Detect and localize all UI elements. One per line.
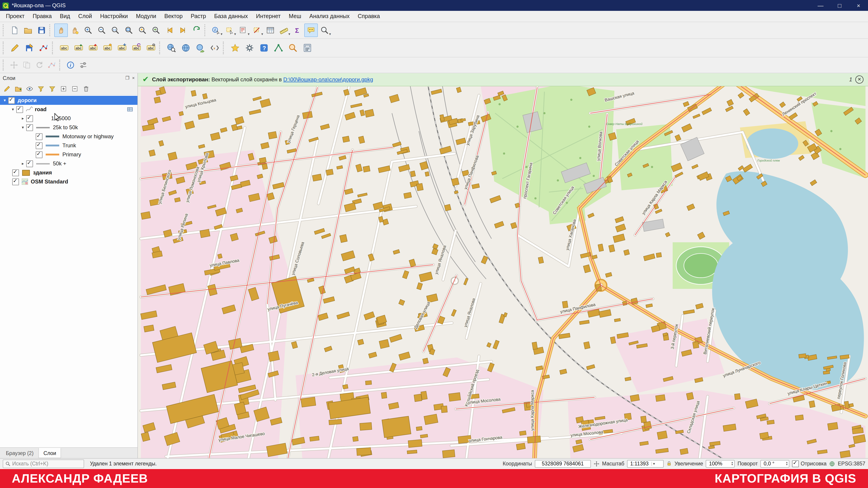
toolbar-handle[interactable] bbox=[204, 25, 208, 36]
statistical-summary-button[interactable]: Σ bbox=[291, 24, 304, 37]
xml-tools-button[interactable]: x bbox=[208, 41, 222, 55]
rule-row-trunk[interactable]: Trunk bbox=[0, 141, 137, 150]
measure-button[interactable]: ▾ bbox=[277, 24, 291, 37]
digitize-tool-button[interactable] bbox=[37, 41, 51, 55]
crs-icon[interactable] bbox=[829, 461, 835, 466]
web-map-plugin-button[interactable] bbox=[179, 41, 193, 55]
panel-float-icon[interactable]: ❐ bbox=[125, 75, 129, 80]
expand-all-button[interactable] bbox=[58, 84, 69, 94]
crs-label[interactable]: EPSG:3857 bbox=[838, 461, 865, 466]
help-contents-button[interactable]: ? bbox=[257, 41, 271, 55]
menu-item[interactable]: Справка bbox=[354, 11, 384, 22]
georeferencer-button[interactable] bbox=[271, 41, 286, 55]
open-project-button[interactable] bbox=[21, 24, 35, 37]
raster-calculator-button[interactable] bbox=[300, 41, 315, 55]
toolbar-handle[interactable] bbox=[59, 60, 62, 70]
toolbar-handle[interactable] bbox=[3, 41, 6, 54]
toolbar-handle[interactable] bbox=[223, 41, 226, 54]
deselect-all-button[interactable]: ▾ bbox=[250, 24, 264, 37]
pin-unpin-labels-button[interactable]: abc bbox=[86, 41, 100, 55]
zoom-in-button[interactable] bbox=[81, 24, 95, 37]
toolbar-handle[interactable] bbox=[3, 25, 6, 36]
menu-item[interactable]: База данных bbox=[210, 11, 252, 22]
rule-checkbox[interactable] bbox=[26, 124, 33, 131]
measure-settings-button[interactable] bbox=[77, 59, 90, 71]
layer-checkbox[interactable] bbox=[12, 169, 19, 176]
menu-item[interactable]: Проект bbox=[2, 11, 29, 22]
layer-indicator-icon[interactable] bbox=[127, 107, 133, 112]
select-by-value-button[interactable]: ▾ bbox=[237, 24, 250, 37]
layer-row-dorogi[interactable]: ▾ дороги bbox=[0, 96, 137, 105]
identify-info-button[interactable]: i bbox=[64, 59, 77, 71]
save-project-button[interactable] bbox=[35, 24, 49, 37]
expander-icon[interactable]: ▸ bbox=[20, 116, 26, 121]
metasearch-button[interactable] bbox=[164, 41, 179, 55]
expander-icon[interactable]: ▾ bbox=[20, 125, 26, 130]
open-attribute-table-button[interactable] bbox=[264, 24, 277, 37]
zoom-to-layer-button[interactable] bbox=[149, 24, 163, 37]
expander-icon[interactable]: ▸ bbox=[20, 161, 26, 166]
rotation-spin[interactable]: 0,0 °▲▼ bbox=[761, 460, 789, 467]
rule-row-25000[interactable]: ▸ 1:25000 bbox=[0, 114, 137, 123]
map-canvas[interactable]: улица Кольцоваулица Герценаулица Крылова… bbox=[138, 86, 868, 458]
scale-combo[interactable]: 1:11393▾ bbox=[627, 460, 664, 467]
menu-item[interactable]: Вид bbox=[56, 11, 74, 22]
rule-checkbox[interactable] bbox=[26, 160, 33, 167]
filter-legend-button[interactable] bbox=[36, 84, 46, 94]
change-label-properties-button[interactable]: abc bbox=[144, 41, 158, 55]
menu-item[interactable]: Анализ данных bbox=[305, 11, 354, 22]
menu-item[interactable]: Интернет bbox=[252, 11, 285, 22]
layer-row-osm-standard[interactable]: OSM Standard bbox=[0, 177, 137, 186]
toolbar-handle[interactable] bbox=[159, 41, 162, 54]
rule-row-motorway[interactable]: Motorway or highway bbox=[0, 132, 137, 141]
zoom-to-selection-button[interactable] bbox=[135, 24, 149, 37]
zoom-last-button[interactable] bbox=[163, 24, 176, 37]
tab-layers[interactable]: Слои bbox=[38, 448, 61, 458]
render-checkbox[interactable]: Отрисовка bbox=[792, 460, 827, 467]
toolbar-handle[interactable] bbox=[49, 25, 53, 36]
save-layer-edits-button[interactable] bbox=[22, 41, 37, 55]
layer-labeling-options-button[interactable]: abc bbox=[57, 41, 71, 55]
minimize-button[interactable]: — bbox=[811, 0, 830, 11]
zoom-next-button[interactable] bbox=[176, 24, 190, 37]
remove-layer-button[interactable] bbox=[81, 84, 91, 94]
identify-features-button[interactable]: i▾ bbox=[209, 24, 223, 37]
rule-checkbox[interactable] bbox=[36, 133, 42, 140]
menu-item[interactable]: Растр bbox=[187, 11, 210, 22]
rule-row-25k-50k[interactable]: ▾ 25k to 50k bbox=[0, 123, 137, 132]
message-close-icon[interactable]: ✕ bbox=[855, 75, 864, 84]
zoom-out-button[interactable] bbox=[95, 24, 108, 37]
search-locator-button[interactable]: ▾ bbox=[318, 24, 331, 37]
menu-item[interactable]: Слой bbox=[74, 11, 96, 22]
toggle-editing-button[interactable] bbox=[8, 41, 22, 55]
tab-browser[interactable]: Браузер (2) bbox=[1, 448, 38, 458]
refresh-map-button[interactable] bbox=[190, 24, 204, 37]
layer-checkbox[interactable] bbox=[12, 178, 19, 185]
layer-checkbox[interactable] bbox=[8, 97, 15, 104]
style-manager-button[interactable] bbox=[228, 41, 242, 55]
rotate-label-button[interactable]: abc bbox=[129, 41, 144, 55]
layer-checkbox[interactable] bbox=[16, 106, 23, 113]
close-button[interactable]: × bbox=[849, 0, 868, 11]
collapse-all-button[interactable] bbox=[70, 84, 80, 94]
toolbar-handle[interactable] bbox=[52, 41, 55, 54]
zoom-full-button[interactable] bbox=[122, 24, 135, 37]
lock-icon[interactable] bbox=[666, 461, 672, 466]
menu-item[interactable]: Модули bbox=[132, 11, 160, 22]
manage-map-themes-button[interactable] bbox=[24, 84, 35, 94]
zoom-native-button[interactable]: 1:1 bbox=[108, 24, 122, 37]
magnifier-spin[interactable]: 100%▲▼ bbox=[706, 460, 735, 467]
map-tips-button[interactable] bbox=[304, 24, 318, 37]
menu-item[interactable]: Меш bbox=[285, 11, 305, 22]
menu-item[interactable]: Правка bbox=[29, 11, 56, 22]
message-link[interactable]: D:\00\йошкар-ола\слои\дороги.gpkg bbox=[283, 76, 373, 83]
move-label-button[interactable]: abc bbox=[115, 41, 129, 55]
add-group-button[interactable] bbox=[13, 84, 24, 94]
layer-diagram-options-button[interactable]: abc bbox=[71, 41, 86, 55]
search-input[interactable]: Искать (Ctrl+K) bbox=[3, 459, 84, 468]
toolbar-handle[interactable] bbox=[3, 60, 6, 70]
rule-row-primary[interactable]: Primary bbox=[0, 150, 137, 159]
expander-icon[interactable]: ▾ bbox=[10, 107, 16, 111]
panel-close-icon[interactable]: × bbox=[132, 75, 135, 80]
expander-icon[interactable]: ▾ bbox=[2, 98, 8, 103]
